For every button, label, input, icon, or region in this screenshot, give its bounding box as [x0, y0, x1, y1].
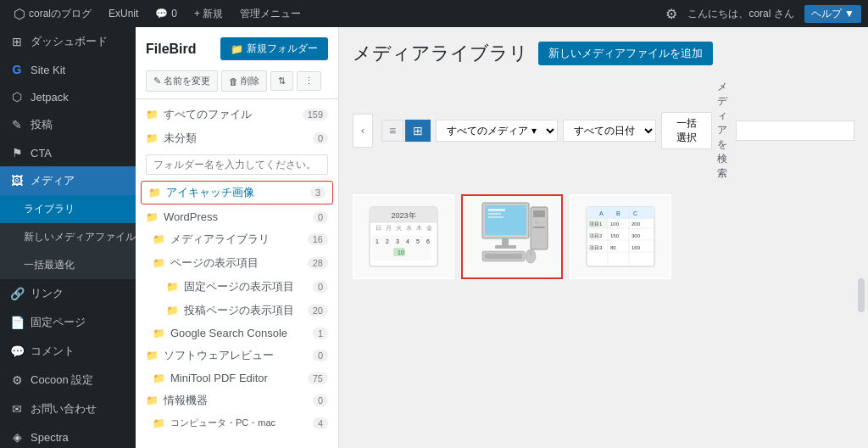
folder-item-page-display[interactable]: 📁 ページの表示項目 28	[136, 251, 338, 275]
media-back-button[interactable]: ‹	[353, 114, 373, 148]
comment-icon: 💬	[155, 8, 168, 20]
folder-eyecatch-label: アイキャッチ画像	[166, 185, 254, 200]
media-icon: 🖼	[10, 174, 24, 188]
svg-text:10: 10	[398, 249, 404, 255]
media-item-3[interactable]: A B C	[570, 194, 671, 279]
folder-item-fixed-page[interactable]: 📁 固定ページの表示項目 0	[136, 275, 338, 299]
view-toggle: ≡ ⊞	[381, 120, 431, 142]
sidebar-item-media[interactable]: 🖼 メディア	[0, 166, 136, 195]
posts-icon: ✎	[10, 118, 24, 132]
folder-computer-count: 4	[313, 417, 328, 429]
delete-button[interactable]: 🗑 削除	[221, 70, 267, 92]
media-search-area: メディアを検索	[717, 80, 854, 181]
greeting-text: こんにちは、coral さん	[687, 7, 793, 21]
help-button[interactable]: ヘルプ ▼	[804, 5, 861, 23]
svg-point-29	[535, 221, 538, 224]
sidebar-item-spectra[interactable]: ◈ Spectra	[0, 423, 136, 448]
rename-button[interactable]: ✎ 名前を変更	[146, 70, 218, 92]
more-button[interactable]: ⋮	[297, 71, 321, 91]
media-item-1[interactable]: 2023年 日 月 火 水 木 金 1 2	[353, 194, 454, 279]
new-label: + 新規	[194, 7, 223, 21]
svg-text:項目2: 項目2	[588, 233, 603, 238]
sidebar-label-jetpack: Jetpack	[31, 91, 69, 104]
folder-item-software[interactable]: 📁 ソフトウェアレビュー 0	[136, 344, 338, 367]
folder-uncat-label: 未分類	[164, 131, 197, 146]
svg-text:A: A	[599, 210, 604, 216]
chevron-left-icon: ‹	[361, 124, 364, 137]
site-name: coralのブログ	[29, 7, 92, 21]
adminbar-exunit[interactable]: ExUnit	[102, 0, 145, 27]
list-view-button[interactable]: ≡	[381, 120, 403, 142]
svg-text:100: 100	[610, 221, 620, 227]
svg-text:80: 80	[610, 245, 616, 250]
add-media-button[interactable]: 新しいメディアファイルを追加	[538, 42, 713, 65]
svg-rect-26	[495, 245, 516, 249]
folder-item-all[interactable]: 📁 すべてのファイル 159	[136, 103, 338, 126]
contact-icon: ✉	[10, 402, 24, 416]
media-date-filter[interactable]: すべての日付	[563, 120, 656, 142]
folder-item-uncategorized[interactable]: 📁 未分類 0	[136, 126, 338, 150]
adminbar-manage[interactable]: 管理メニュー	[233, 0, 308, 27]
folder-item-gsc[interactable]: 📁 Google Search Console 1	[136, 322, 338, 344]
folder-item-hardware[interactable]: 📁 情報機器 0	[136, 389, 338, 412]
settings-icon: ⚙	[665, 6, 677, 22]
sidebar-item-add-media[interactable]: 新しいメディアファイルを追加	[0, 223, 136, 251]
bulk-select-button[interactable]: 一括選択	[661, 112, 712, 149]
sidebar-item-jetpack[interactable]: ⬡ Jetpack	[0, 83, 136, 110]
exunit-label: ExUnit	[108, 8, 138, 20]
folder-software-icon: 📁	[146, 350, 159, 361]
adminbar-wp-logo[interactable]: ⬡ coralのブログ	[7, 0, 98, 27]
grid-view-icon: ⊞	[413, 124, 423, 137]
sidebar-item-optimize[interactable]: 一括最適化	[0, 251, 136, 279]
sidebar-item-contact[interactable]: ✉ お問い合わせ	[0, 395, 136, 423]
sidebar-label-posts: 投稿	[31, 117, 53, 132]
more-icon: ⋮	[304, 76, 314, 87]
sidebar-item-dashboard[interactable]: ⊞ ダッシュボード	[0, 27, 136, 56]
svg-text:火: 火	[396, 225, 402, 231]
new-folder-button[interactable]: 📁 新規フォルダー	[220, 37, 328, 60]
svg-rect-36	[587, 207, 654, 219]
folder-item-post-page[interactable]: 📁 投稿ページの表示項目 20	[136, 299, 338, 322]
adminbar-comments[interactable]: 💬 0	[148, 0, 184, 27]
sidebar-item-comments[interactable]: 💬 コメント	[0, 337, 136, 366]
folder-item-eyecatch[interactable]: 📁 アイキャッチ画像 3	[141, 181, 333, 204]
folder-item-computer[interactable]: 📁 コンピュータ・PC・mac 4	[136, 412, 338, 434]
svg-text:項目1: 項目1	[588, 221, 603, 227]
admin-sidebar: ⊞ ダッシュボード G Site Kit ⬡ Jetpack ✎ 投稿 ⚑ CT…	[0, 27, 136, 448]
folder-input-row	[136, 150, 338, 179]
adminbar-new[interactable]: + 新規	[187, 0, 230, 27]
svg-text:金: 金	[426, 225, 432, 231]
media-item-2[interactable]	[461, 194, 563, 279]
folder-name-input[interactable]	[146, 154, 328, 175]
sidebar-item-cocoon[interactable]: ⚙ Cocoon 設定	[0, 366, 136, 395]
sidebar-item-posts[interactable]: ✎ 投稿	[0, 110, 136, 139]
sidebar-item-cta[interactable]: ⚑ CTA	[0, 139, 136, 166]
svg-rect-30	[533, 227, 545, 228]
sidebar-item-links[interactable]: 🔗 リンク	[0, 279, 136, 308]
folder-wp-label: WordPress	[164, 210, 218, 223]
sidebar-label-optimize: 一括最適化	[24, 258, 75, 272]
sidebar-label-cta: CTA	[31, 147, 52, 160]
admin-bar: ⬡ coralのブログ ExUnit 💬 0 + 新規 管理メニュー ⚙ こんに…	[0, 0, 868, 27]
sidebar-label-pages: 固定ページ	[31, 315, 86, 330]
sidebar-item-sitekit[interactable]: G Site Kit	[0, 56, 136, 83]
media-type-filter[interactable]: すべてのメディア ▾	[436, 120, 558, 142]
media-toolbar: ‹ ≡ ⊞ すべてのメディア ▾	[353, 80, 854, 181]
media-thumb-1: 2023年 日 月 火 水 木 金 1 2	[354, 196, 453, 277]
grid-view-button[interactable]: ⊞	[405, 120, 431, 142]
folder-item-media-lib[interactable]: 📁 メディアライブラリ 16	[136, 227, 338, 251]
folder-item-wordpress[interactable]: 📁 WordPress 0	[136, 206, 338, 227]
svg-text:5: 5	[416, 238, 420, 244]
sidebar-label-library: ライブラリ	[24, 202, 75, 216]
sidebar-label-cocoon: Cocoon 設定	[31, 372, 93, 388]
folder-hardware-label: 情報機器	[164, 393, 208, 408]
comment-count: 0	[171, 8, 177, 20]
media-header: メディアライブラリ 新しいメディアファイルを追加	[353, 41, 854, 66]
sidebar-item-pages[interactable]: 📄 固定ページ	[0, 308, 136, 337]
folder-computer-icon: 📁	[153, 417, 165, 429]
sort-button[interactable]: ⇅	[270, 71, 293, 91]
folder-item-minitool[interactable]: 📁 MiniTool PDF Editor 75	[136, 367, 338, 389]
sidebar-item-library[interactable]: ライブラリ	[0, 195, 136, 223]
svg-text:1: 1	[376, 238, 379, 244]
media-search-input[interactable]	[736, 120, 854, 141]
